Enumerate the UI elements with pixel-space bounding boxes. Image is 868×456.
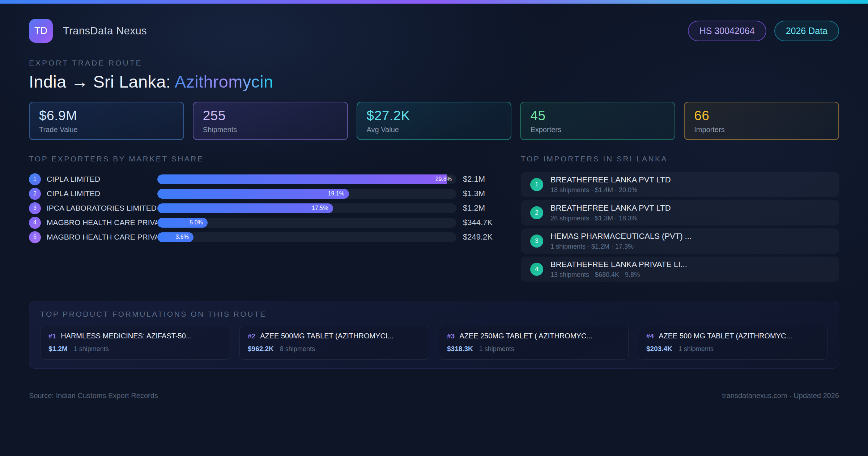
rank-badge: 5 <box>29 231 41 243</box>
product-card[interactable]: #2 AZEE 500MG TABLET (AZITHROMYCI... $96… <box>239 326 429 360</box>
exporter-row[interactable]: 5 MAGBRO HEALTH CARE PRIVATE... 3.6% $24… <box>29 230 506 244</box>
product-value: $962.2K <box>248 345 274 353</box>
bar-track: 29.8% <box>157 174 456 184</box>
importer-info: BREATHEFREE LANKA PVT LTD 18 shipments ·… <box>550 175 671 194</box>
product-shipments: 1 shipments <box>74 345 109 353</box>
exporter-row[interactable]: 2 CIPLA LIMITED 19.1% $1.3M <box>29 186 506 201</box>
kpi-value: $27.2K <box>367 108 502 123</box>
market-share-bar: 3.6% <box>157 232 193 242</box>
product-shipments: 8 shipments <box>280 345 315 353</box>
product-bottom: $203.4K 1 shipments <box>646 345 820 353</box>
exporter-name: IPCA LABORATORIES LIMITED <box>47 204 157 212</box>
importer-card[interactable]: 4 BREATHEFREE LANKA PRIVATE LI... 13 shi… <box>521 257 839 282</box>
product-shipments: 1 shipments <box>678 345 714 353</box>
kpi-card-avg-value: $27.2K Avg Value <box>357 102 512 140</box>
kpi-value: $6.9M <box>39 108 174 123</box>
footer-source: Source: Indian Customs Export Records <box>29 392 158 400</box>
product-value: $1.2M <box>48 345 68 353</box>
importer-meta: 1 shipments · $1.2M · 17.3% <box>550 243 692 250</box>
rank-badge: 1 <box>530 178 543 191</box>
product-rank: #2 <box>248 332 255 340</box>
kpi-label: Importers <box>694 126 829 134</box>
importer-meta: 18 shipments · $1.4M · 20.0% <box>550 186 671 194</box>
data-year-chip[interactable]: 2026 Data <box>774 21 839 41</box>
kpi-label: Shipments <box>203 126 338 134</box>
importer-meta: 26 shipments · $1.3M · 18.3% <box>550 215 671 222</box>
kpi-card-importers: 66 Importers <box>684 102 839 140</box>
bar-track: 17.5% <box>157 203 456 213</box>
kpi-card-trade-value: $6.9M Trade Value <box>29 102 184 140</box>
main-columns: TOP EXPORTERS BY MARKET SHARE 1 CIPLA LI… <box>29 155 839 285</box>
exporters-bar-chart: 1 CIPLA LIMITED 29.8% $2.1M 2 CIPLA LIMI… <box>29 172 506 244</box>
importers-section: TOP IMPORTERS IN SRI LANKA 1 BREATHEFREE… <box>521 155 839 285</box>
exporters-section: TOP EXPORTERS BY MARKET SHARE 1 CIPLA LI… <box>29 155 506 244</box>
product-name: AZEE 500MG TABLET (AZITHROMYCI... <box>260 332 393 340</box>
exporter-value: $1.2M <box>463 203 506 213</box>
title-route: India → Sri Lanka: <box>29 72 175 91</box>
product-card[interactable]: #4 AZEE 500 MG TABLET (AZITHROMYC... $20… <box>638 326 828 360</box>
products-grid: #1 HARMLESS MEDICINES: AZIFAST-50... $1.… <box>40 326 828 360</box>
products-panel: TOP PRODUCT FORMULATIONS ON THIS ROUTE #… <box>29 301 839 369</box>
market-share-bar: 5.0% <box>157 218 208 228</box>
importer-card[interactable]: 1 BREATHEFREE LANKA PVT LTD 18 shipments… <box>521 172 839 197</box>
header: TD TransData Nexus HS 30042064 2026 Data <box>29 19 839 43</box>
hs-code-chip[interactable]: HS 30042064 <box>688 21 766 41</box>
product-bottom: $1.2M 1 shipments <box>48 345 222 353</box>
product-shipments: 1 shipments <box>479 345 514 353</box>
products-heading: TOP PRODUCT FORMULATIONS ON THIS ROUTE <box>40 310 828 318</box>
product-card[interactable]: #1 HARMLESS MEDICINES: AZIFAST-50... $1.… <box>40 326 230 360</box>
product-top: #4 AZEE 500 MG TABLET (AZITHROMYC... <box>646 332 820 340</box>
kpi-label: Exporters <box>530 126 665 134</box>
product-name: AZEE 500 MG TABLET (AZITHROMYC... <box>659 332 792 340</box>
exporter-row[interactable]: 4 MAGBRO HEALTH CARE PRIVATE... 5.0% $34… <box>29 215 506 230</box>
rank-badge: 4 <box>530 263 543 276</box>
bar-track: 19.1% <box>157 189 456 199</box>
share-percent-label: 19.1% <box>328 190 344 197</box>
importer-name: BREATHEFREE LANKA PRIVATE LI... <box>550 260 687 269</box>
bar-track: 5.0% <box>157 218 456 228</box>
importer-info: BREATHEFREE LANKA PVT LTD 26 shipments ·… <box>550 203 671 222</box>
product-top: #1 HARMLESS MEDICINES: AZIFAST-50... <box>48 332 222 340</box>
product-card[interactable]: #3 AZEE 250MG TABLET ( AZITHROMYC... $31… <box>439 326 629 360</box>
brand: TD TransData Nexus <box>29 19 147 43</box>
exporter-value: $249.2K <box>463 232 506 242</box>
brand-logo: TD <box>29 19 53 43</box>
rank-badge: 4 <box>29 217 41 229</box>
title-product: Azithromycin <box>175 72 273 91</box>
kpi-label: Trade Value <box>39 126 174 134</box>
rank-badge: 2 <box>530 206 543 219</box>
importer-info: HEMAS PHARMACEUTICALS (PVT) ... 1 shipme… <box>550 232 692 250</box>
kpi-card-shipments: 255 Shipments <box>193 102 348 140</box>
product-rank: #4 <box>646 332 654 340</box>
share-percent-label: 3.6% <box>175 234 188 240</box>
exporters-heading: TOP EXPORTERS BY MARKET SHARE <box>29 155 506 163</box>
kpi-value: 66 <box>694 108 829 123</box>
product-bottom: $962.2K 8 shipments <box>248 345 421 353</box>
importer-card[interactable]: 3 HEMAS PHARMACEUTICALS (PVT) ... 1 ship… <box>521 228 839 254</box>
page-title: India → Sri Lanka: Azithromycin <box>29 72 839 92</box>
brand-name: TransData Nexus <box>63 25 147 37</box>
product-name: HARMLESS MEDICINES: AZIFAST-50... <box>61 332 192 340</box>
share-percent-label: 5.0% <box>190 219 203 226</box>
exporter-value: $344.7K <box>463 218 506 227</box>
importers-list: 1 BREATHEFREE LANKA PVT LTD 18 shipments… <box>521 172 839 282</box>
product-value: $318.3K <box>447 345 473 353</box>
kpi-row: $6.9M Trade Value 255 Shipments $27.2K A… <box>29 102 839 140</box>
accent-gradient-bar <box>0 0 868 4</box>
kpi-value: 255 <box>203 108 338 123</box>
exporter-row[interactable]: 1 CIPLA LIMITED 29.8% $2.1M <box>29 172 506 186</box>
rank-badge: 1 <box>29 173 41 185</box>
product-name: AZEE 250MG TABLET ( AZITHROMYC... <box>459 332 592 340</box>
importers-heading: TOP IMPORTERS IN SRI LANKA <box>521 155 839 163</box>
rank-badge: 3 <box>530 235 543 248</box>
exporter-name: CIPLA LIMITED <box>47 189 157 198</box>
exporter-name: CIPLA LIMITED <box>47 175 157 183</box>
exporter-value: $2.1M <box>463 174 506 184</box>
rank-badge: 3 <box>29 202 41 214</box>
product-rank: #1 <box>48 332 56 340</box>
importer-card[interactable]: 2 BREATHEFREE LANKA PVT LTD 26 shipments… <box>521 200 839 225</box>
bar-track: 3.6% <box>157 232 456 242</box>
product-bottom: $318.3K 1 shipments <box>447 345 620 353</box>
product-value: $203.4K <box>646 345 672 353</box>
exporter-row[interactable]: 3 IPCA LABORATORIES LIMITED 17.5% $1.2M <box>29 201 506 215</box>
